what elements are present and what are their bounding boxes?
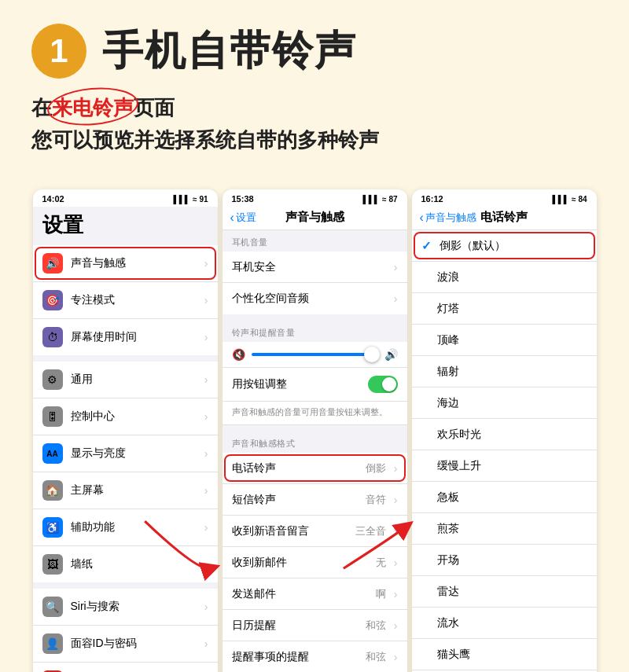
ringtone-row-default[interactable]: ✓ 倒影（默认） bbox=[412, 230, 597, 262]
page-title: 手机自带铃声 bbox=[102, 24, 357, 79]
sound-settings-list: 耳机音量 耳机安全 › 个性化空间音频 › 铃声和提醒音量 🔇 bbox=[223, 230, 407, 672]
signal-icon-1: ▌▌▌ bbox=[174, 195, 190, 204]
row-screen-time[interactable]: ⏱ 屏幕使用时间 › bbox=[33, 319, 218, 355]
battery-icon-2: 87 bbox=[388, 195, 397, 204]
row-send-email[interactable]: 发送邮件 啊 › bbox=[223, 578, 407, 610]
ringtone-row-6[interactable]: 欢乐时光 bbox=[412, 419, 597, 450]
vol-low-icon: 🔇 bbox=[232, 348, 245, 361]
wifi-icon-2: ≈ bbox=[382, 195, 387, 204]
ringtone-row-11[interactable]: 雷达 bbox=[412, 576, 597, 608]
row-control[interactable]: 🎛 控制中心 › bbox=[33, 398, 218, 435]
time-2: 15:38 bbox=[232, 194, 254, 204]
row-focus[interactable]: 🎯 专注模式 › bbox=[33, 282, 218, 319]
row-btn-adjust[interactable]: 用按钮调整 bbox=[223, 368, 407, 402]
row-display[interactable]: AA 显示与亮度 › bbox=[33, 435, 218, 472]
nav-bar-3: ‹ 声音与触感 电话铃声 bbox=[412, 207, 597, 230]
ringtone-row-3[interactable]: 顶峰 bbox=[412, 325, 597, 356]
ringtone-row-7[interactable]: 缓慢上升 bbox=[412, 450, 597, 482]
row-reminder[interactable]: 提醒事项的提醒 和弦 › bbox=[223, 641, 407, 672]
row-sms-ring[interactable]: 短信铃声 音符 › bbox=[223, 484, 407, 516]
settings-group-1: 🔊 声音与触感 › 🎯 专注模式 › ⏱ 屏幕使用时间 › bbox=[33, 245, 218, 355]
back-chevron-2: ‹ bbox=[230, 211, 234, 225]
battery-icon-3: 84 bbox=[578, 195, 587, 204]
ringtone-row-1[interactable]: 波浪 bbox=[412, 262, 597, 293]
volume-slider[interactable] bbox=[252, 353, 378, 356]
btn-adjust-group: 用按钮调整 声音和触感的音量可用音量按钮来调整。 bbox=[223, 368, 407, 425]
accessibility-icon: ♿ bbox=[42, 517, 63, 538]
headphone-group: 耳机安全 › 个性化空间音频 › bbox=[223, 252, 407, 314]
row-voicemail[interactable]: 收到新语音留言 三全音 › bbox=[223, 516, 407, 547]
checkmark-icon: ✓ bbox=[421, 239, 432, 253]
row-accessibility[interactable]: ♿ 辅助功能 › bbox=[33, 509, 218, 546]
headphone-vol-label: 耳机音量 bbox=[223, 230, 407, 252]
ringtone-row-13[interactable]: 猫头鹰 bbox=[412, 639, 597, 670]
row-siri[interactable]: 🔍 Siri与搜索 › bbox=[33, 589, 218, 626]
vol-high-icon: 🔊 bbox=[384, 348, 398, 361]
nav-title-3: 电话铃声 bbox=[480, 210, 528, 225]
row-sound[interactable]: 🔊 声音与触感 › bbox=[33, 245, 218, 282]
time-1: 14:02 bbox=[42, 194, 64, 204]
subtitle-line2: 您可以预览并选择系统自带的多种铃声 bbox=[31, 127, 598, 154]
spacer-s2-2 bbox=[223, 425, 407, 431]
spacer-1 bbox=[33, 355, 218, 362]
subtitle-section: 在来电铃声页面 您可以预览并选择系统自带的多种铃声 bbox=[0, 86, 629, 158]
nav-title-2: 声音与触感 bbox=[285, 210, 344, 225]
header-section: 1 手机自带铃声 bbox=[0, 0, 629, 86]
ringtone-row-9[interactable]: 煎茶 bbox=[412, 513, 597, 545]
settings-group-2: ⚙ 通用 › 🎛 控制中心 › AA 显示与亮度 › bbox=[33, 362, 218, 582]
focus-icon: 🎯 bbox=[42, 290, 63, 310]
row-homescreen[interactable]: 🏠 主屏幕 › bbox=[33, 472, 218, 509]
phone-screen-1: 14:02 ▌▌▌ ≈ 91 设置 🔊 声音与触感 › bbox=[33, 189, 218, 672]
spacer-s2-1 bbox=[223, 314, 407, 321]
step-circle: 1 bbox=[31, 24, 86, 79]
row-headphone-safety[interactable]: 耳机安全 › bbox=[223, 252, 407, 283]
back-button-2[interactable]: ‹ 设置 bbox=[230, 211, 256, 225]
phone-screen-3: 16:12 ▌▌▌ ≈ 84 ‹ 声音与触感 电话铃声 ✓ bbox=[412, 189, 597, 672]
screenshots-container: 14:02 ▌▌▌ ≈ 91 设置 🔊 声音与触感 › bbox=[16, 174, 613, 672]
ringtone-row-8[interactable]: 急板 bbox=[412, 482, 597, 513]
back-label-2: 设置 bbox=[236, 211, 256, 225]
row-phone-ring[interactable]: 电话铃声 倒影 › bbox=[223, 453, 407, 484]
siri-icon: 🔍 bbox=[42, 597, 63, 617]
screen-time-icon: ⏱ bbox=[42, 327, 63, 347]
wallpaper-icon: 🖼 bbox=[42, 554, 63, 575]
wifi-icon-1: ≈ bbox=[193, 195, 197, 204]
ringtone-row-5[interactable]: 海边 bbox=[412, 387, 597, 419]
ringtone-row-10[interactable]: 开场 bbox=[412, 545, 597, 576]
toggle-btn-adjust[interactable] bbox=[368, 376, 398, 393]
back-chevron-3: ‹ bbox=[420, 211, 424, 225]
back-label-3: 声音与触感 bbox=[425, 211, 476, 225]
settings-title: 设置 bbox=[33, 207, 218, 245]
status-bar-3: 16:12 ▌▌▌ ≈ 84 bbox=[412, 189, 597, 207]
status-bar-1: 14:02 ▌▌▌ ≈ 91 bbox=[33, 189, 218, 207]
row-new-email[interactable]: 收到新邮件 无 › bbox=[223, 547, 407, 578]
general-icon: ⚙ bbox=[42, 369, 63, 390]
row-calendar[interactable]: 日历提醒 和弦 › bbox=[223, 610, 407, 641]
settings-group-3: 🔍 Siri与搜索 › 👤 面容ID与密码 › SOS SOS紧急联络 › bbox=[33, 589, 218, 672]
volume-slider-row: 🔇 🔊 bbox=[223, 342, 407, 368]
row-general[interactable]: ⚙ 通用 › bbox=[33, 362, 218, 398]
spacer-2 bbox=[33, 582, 218, 589]
row-spatial-audio[interactable]: 个性化空间音频 › bbox=[223, 283, 407, 314]
slider-thumb bbox=[364, 347, 380, 362]
ringtone-row-12[interactable]: 流水 bbox=[412, 608, 597, 639]
wifi-icon-3: ≈ bbox=[572, 195, 576, 204]
sound-format-label: 声音和触感格式 bbox=[223, 431, 407, 453]
subtitle-suffix: 页面 bbox=[134, 96, 175, 119]
subtitle-line1: 在来电铃声页面 bbox=[31, 94, 598, 122]
signal-icon-2: ▌▌▌ bbox=[363, 195, 380, 204]
time-3: 16:12 bbox=[421, 194, 443, 204]
status-icons-3: ▌▌▌ ≈ 84 bbox=[553, 195, 587, 204]
control-icon: 🎛 bbox=[42, 406, 63, 427]
ringtone-row-4[interactable]: 辐射 bbox=[412, 356, 597, 387]
nav-bar-2: ‹ 设置 声音与触感 bbox=[223, 207, 407, 230]
row-faceid[interactable]: 👤 面容ID与密码 › bbox=[33, 626, 218, 663]
status-icons-1: ▌▌▌ ≈ 91 bbox=[174, 195, 208, 204]
ringer-vol-label: 铃声和提醒音量 bbox=[223, 321, 407, 342]
row-sos[interactable]: SOS SOS紧急联络 › bbox=[33, 663, 218, 672]
ringtone-group: ✓ 倒影（默认） 波浪 灯塔 顶峰 辐射 bbox=[412, 230, 597, 672]
back-button-3[interactable]: ‹ 声音与触感 bbox=[420, 211, 476, 225]
ringtone-row-2[interactable]: 灯塔 bbox=[412, 293, 597, 325]
status-icons-2: ▌▌▌ ≈ 87 bbox=[363, 195, 398, 204]
row-wallpaper[interactable]: 🖼 墙纸 › bbox=[33, 546, 218, 582]
